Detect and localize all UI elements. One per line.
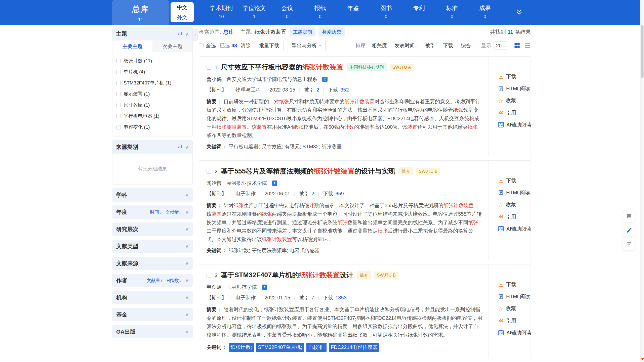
nav-item-theses[interactable]: 学位论文 1 ▾	[238, 0, 271, 25]
html-read-button[interactable]: HTML阅读	[498, 293, 531, 300]
sidebar-section-year[interactable]: 年度 时间↓ 文献量↓ ∨	[112, 205, 193, 219]
sidebar-section-research-level[interactable]: 研究层次 ∨	[112, 222, 193, 236]
affiliation-link[interactable]: 玉林师范学院	[227, 284, 257, 291]
topic-filter-item[interactable]: 平行板电容器 (1)	[112, 111, 192, 122]
affiliation-link[interactable]: 西安交通大学城市学院电气与信息工程系	[227, 76, 317, 83]
scrollbar-down-arrow[interactable]	[641, 358, 644, 360]
nav-item-patents[interactable]: 专利 ▾	[403, 0, 435, 25]
download-count[interactable]: 352	[340, 87, 349, 93]
topic-filter-item[interactable]: 单片机 (4)	[112, 66, 192, 77]
sidebar-section-oa-publishing[interactable]: OA出版 ∨	[112, 325, 193, 338]
tab-secondary-topics[interactable]: 次要主题	[152, 40, 192, 52]
sort-downloads[interactable]: 下载	[439, 42, 457, 49]
download-button[interactable]: 下载	[498, 73, 531, 80]
sidebar-section-institution[interactable]: 机构 ∨	[112, 291, 193, 304]
sidebar-section-author[interactable]: 作者 文献量↓ H指数↓ ∨	[112, 274, 193, 287]
journal-link[interactable]: 物理与工程	[235, 86, 261, 93]
list-view-icon[interactable]	[524, 42, 531, 49]
topic-customize-button[interactable]: 主题定制	[290, 27, 315, 36]
year-sort-time[interactable]: 时间↓	[150, 209, 161, 215]
scope-value-link[interactable]: 总库	[223, 28, 234, 35]
author-sort-volume[interactable]: 文献量↓	[147, 278, 163, 284]
sidebar-section-fund[interactable]: 基金 ∨	[112, 308, 193, 321]
feedback-button[interactable]	[623, 211, 635, 222]
filter-checkbox[interactable]	[116, 114, 121, 118]
favorite-button[interactable]: ☆收藏	[498, 201, 531, 208]
filter-checkbox[interactable]	[116, 125, 121, 129]
download-button[interactable]: 下载	[498, 281, 531, 288]
export-analyze-button[interactable]: 导出与分析 ▾	[287, 40, 326, 51]
topic-filter-item[interactable]: STM32F407单片机 (1)	[112, 77, 192, 88]
nav-item-yearbooks[interactable]: 年鉴 ▾	[337, 0, 370, 25]
chevron-up-icon[interactable]: ∧	[185, 31, 189, 37]
journal-link[interactable]: 电子制作	[235, 190, 256, 197]
cited-count[interactable]: 2	[316, 87, 319, 93]
cite-button[interactable]: 引用	[498, 213, 531, 220]
author-sort-hindex[interactable]: H指数↓	[167, 278, 181, 284]
bar-chart-icon[interactable]	[178, 31, 182, 37]
sidebar-collapse-handle[interactable]: ‹	[193, 29, 198, 41]
note-edit-button[interactable]	[623, 225, 635, 236]
chevron-up-icon[interactable]: ∧	[185, 144, 189, 150]
nav-item-achievements[interactable]: 成果 0 ▾	[468, 0, 501, 25]
journal-link[interactable]: 电子制作	[235, 294, 256, 301]
sidebar-section-doc-source[interactable]: 文献来源 ∨	[112, 257, 193, 270]
ai-read-button[interactable]: AIAI辅助阅读	[498, 121, 531, 128]
html-read-button[interactable]: HTML阅读	[498, 189, 531, 196]
cited-count[interactable]: 7	[311, 295, 314, 301]
author-link[interactable]: 韦创炜	[207, 284, 222, 291]
nav-item-conferences[interactable]: 会议 0 ▾	[271, 0, 304, 25]
sort-cited[interactable]: 被引	[421, 42, 439, 49]
lang-chinese-button[interactable]: 中文	[171, 2, 194, 12]
filter-checkbox[interactable]	[116, 59, 121, 63]
filter-checkbox[interactable]	[116, 103, 121, 107]
sidebar-section-discipline[interactable]: 学科 ∨	[112, 188, 193, 202]
topic-filter-item[interactable]: 电容变化 (1)	[112, 122, 192, 133]
selected-count[interactable]: 43	[231, 43, 237, 49]
download-count[interactable]: 659	[335, 191, 344, 197]
ai-read-button[interactable]: AIAI辅助阅读	[498, 329, 531, 336]
sort-publish-date[interactable]: 发表时间↓	[391, 42, 421, 49]
lang-foreign-button[interactable]: 外文	[171, 12, 194, 22]
author-link[interactable]: 陶冶博	[207, 180, 222, 187]
cite-button[interactable]: 引用	[498, 317, 531, 324]
batch-download-button[interactable]: 批量下载	[255, 40, 284, 51]
sort-relevance[interactable]: 相关度	[368, 42, 391, 49]
back-to-top-button[interactable]	[623, 239, 635, 250]
favorite-button[interactable]: ☆收藏	[498, 305, 531, 312]
result-count-number[interactable]: 11	[508, 29, 513, 35]
result-title-link[interactable]: 尺寸效应下平行板电容器的纸张计数装置	[221, 63, 343, 72]
result-checkbox[interactable]	[207, 65, 211, 70]
page-scrollbar[interactable]	[640, 0, 644, 362]
affiliation-link[interactable]: 嘉兴职业技术学院	[227, 180, 267, 187]
page-size-select[interactable]: 20 ▴▾	[494, 41, 507, 50]
topic-filter-item[interactable]: 尺寸效应 (1)	[112, 100, 192, 111]
result-title-link[interactable]: 基于555芯片及等精度法测频的纸张计数装置的设计与实现	[221, 167, 395, 176]
grid-view-icon[interactable]	[514, 42, 520, 49]
sort-comprehensive[interactable]: 综合	[457, 42, 475, 49]
result-title-link[interactable]: 基于STM32F407单片机的纸张计数装置设计	[221, 271, 353, 280]
nav-item-newspapers[interactable]: 报纸 0 ▾	[304, 0, 337, 25]
topic-filter-item[interactable]: 显示装置 (1)	[112, 88, 192, 100]
author-link[interactable]: 曹小鸽	[207, 76, 222, 83]
chevron-double-down-icon[interactable]	[515, 8, 524, 17]
nav-item-journals[interactable]: 学术期刊 10 ▾	[205, 0, 238, 25]
sidebar-section-doc-type[interactable]: 文献类型 ∨	[112, 240, 193, 253]
cited-count[interactable]: 2	[311, 191, 314, 197]
search-history-button[interactable]: 检索历史	[319, 27, 345, 36]
filter-checkbox[interactable]	[116, 81, 121, 85]
html-read-button[interactable]: HTML阅读	[498, 85, 531, 92]
filter-checkbox[interactable]	[116, 92, 121, 96]
result-checkbox[interactable]	[207, 169, 211, 174]
topic-filter-item[interactable]: 纸张计数 (11)	[112, 55, 192, 66]
filter-checkbox[interactable]	[116, 70, 121, 74]
scrollbar-thumb[interactable]	[641, 25, 643, 78]
clear-selection-button[interactable]: 清除	[240, 42, 251, 49]
tab-total-library[interactable]: 总库 11	[112, 0, 169, 25]
nav-item-standards[interactable]: 标准 0 ▾	[435, 0, 468, 25]
year-sort-volume[interactable]: 文献量↓	[165, 209, 181, 215]
select-all-label[interactable]: 全选	[206, 42, 216, 49]
nav-item-books[interactable]: 图书 0 ▾	[370, 0, 403, 25]
download-count[interactable]: 1353	[335, 295, 347, 301]
select-all-checkbox[interactable]	[199, 43, 204, 48]
